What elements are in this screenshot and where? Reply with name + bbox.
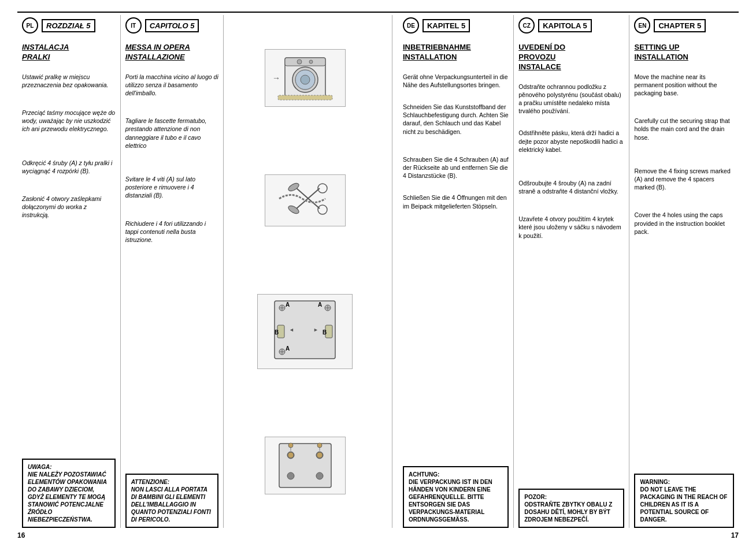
pl-section-title: INSTALACJA PRALKI: [22, 43, 116, 62]
en-inst3-text: Remove the 4 fixing screws marked (A) an…: [634, 167, 730, 191]
svg-point-38: [316, 472, 323, 479]
it-inst3: Svitare le 4 viti (A) sul lato posterior…: [125, 175, 219, 200]
it-country-code: IT: [131, 23, 136, 29]
column-pl: PL ROZDZIAŁ 5 INSTALACJA PRALKI Ustawić …: [17, 15, 121, 528]
pl-inst1-text: Ustawić pralkę w miejscu przeznaczenia b…: [22, 73, 108, 88]
screws-svg: A A A B: [260, 295, 350, 367]
pl-inst2: Przeciąć taśmy mocujące węże do wody, uw…: [22, 109, 116, 133]
machine-move-svg: →: [268, 52, 343, 104]
it-inst4-text: Richiudere i 4 fori utilizzando i tappi …: [125, 220, 206, 243]
pl-inst4-text: Zasłonić 4 otwory zaślepkami dołączonymi…: [22, 195, 101, 218]
en-chapter-box: CHAPTER 5: [654, 19, 706, 32]
cz-title-line2: PROVOZU: [518, 53, 555, 61]
pl-country-circle: PL: [22, 17, 38, 33]
de-inst4: Schließen Sie die 4 Öffnungen mit den im…: [403, 193, 509, 210]
it-inst2-text: Tagliare le fascette fermatubo, prestand…: [125, 117, 207, 149]
it-inst2: Tagliare le fascette fermatubo, prestand…: [125, 117, 219, 150]
pl-country-code: PL: [27, 23, 34, 29]
svg-text:A: A: [318, 301, 322, 308]
svg-point-11: [287, 181, 299, 192]
svg-text:A: A: [286, 301, 290, 308]
image-plug-holes: [265, 437, 346, 494]
de-chapter-box: KAPITEL 5: [423, 19, 470, 32]
en-inst2: Carefully cut the securing strap that ho…: [634, 117, 733, 142]
pl-warning: UWAGA: NIE NALEŻY POZOSTAWIAĆ ELEMENTÓW …: [22, 459, 116, 528]
de-inst1-text: Gerät ohne Verpackungsunterteil in die N…: [403, 73, 508, 88]
svg-text:B: B: [323, 329, 327, 336]
cz-inst1: Odstraňte ochrannou podložku z pěnového …: [518, 83, 624, 116]
svg-rect-4: [285, 58, 325, 66]
cz-inst4: Uzavřete 4 otvory použitím 4 krytek kter…: [518, 215, 624, 240]
de-inst3: Schrauben Sie die 4 Schrauben (A) auf de…: [403, 155, 509, 180]
it-inst1: Porti la macchina vicino al luogo di uti…: [125, 73, 219, 98]
svg-point-5: [297, 59, 302, 64]
column-de: DE KAPITEL 5 INBETRIEBNAHME INSTALLATION…: [398, 15, 514, 528]
en-title-line2: INSTALLATION: [634, 53, 688, 61]
svg-point-42: [288, 443, 293, 448]
de-inst4-text: Schließen Sie die 4 Öffnungen mit den im…: [403, 194, 507, 209]
pl-inst2-text: Przeciąć taśmy mocujące węże do wody, uw…: [22, 109, 115, 132]
it-inst3-text: Svitare le 4 viti (A) sul lato posterior…: [125, 176, 195, 199]
cz-chapter-title: KAPITOLA 5: [543, 21, 587, 30]
svg-point-37: [287, 472, 294, 479]
en-inst1-text: Move the machine near its permanent posi…: [634, 73, 717, 96]
cz-country-circle: CZ: [518, 17, 535, 33]
svg-point-12: [287, 204, 299, 215]
de-inst2-text: Schneiden Sie das Kunststoffband der Sch…: [403, 103, 509, 135]
svg-point-40: [317, 452, 323, 458]
svg-point-44: [317, 443, 322, 448]
pl-title-line2: PRALKI: [22, 53, 50, 61]
de-country-code: DE: [407, 23, 415, 29]
en-inst4-text: Cover the 4 holes using the caps provide…: [634, 211, 724, 234]
svg-text:→: →: [272, 73, 280, 83]
en-country-circle: EN: [634, 17, 650, 33]
de-title-line1: INBETRIEBNAHME: [403, 43, 471, 51]
page-number-right: 17: [731, 531, 739, 539]
content-area: PL ROZDZIAŁ 5 INSTALACJA PRALKI Ustawić …: [17, 15, 739, 528]
image-screws-removal: A A A B: [257, 294, 353, 369]
de-warning-text: ACHTUNG: DIE VERPACKUNG IST IN DEN HÄNDE…: [409, 471, 492, 523]
en-inst4: Cover the 4 holes using the caps provide…: [634, 211, 733, 236]
cz-inst3: Odšroubujte 4 šrouby (A) na zadní straně…: [518, 179, 624, 195]
de-section-title: INBETRIEBNAHME INSTALLATION: [403, 43, 509, 62]
cz-inst4-text: Uzavřete 4 otvory použitím 4 krytek kter…: [518, 215, 621, 239]
column-cz: CZ KAPITOLA 5 UVEDENÍ DO PROVOZU INSTALA…: [514, 15, 629, 528]
images-column: →: [224, 15, 386, 528]
svg-text:►: ►: [313, 327, 318, 333]
it-title-line2: INSTALLAZIONE: [125, 53, 185, 61]
it-inst1-text: Porti la macchina vicino al luogo di uti…: [125, 73, 218, 96]
de-title-line2: INSTALLATION: [403, 53, 457, 61]
svg-text:B: B: [275, 329, 279, 336]
it-warning-text: ATTENZIONE: NON LASCI ALLA PORTATA DI BA…: [131, 479, 211, 523]
svg-text:◄: ◄: [289, 327, 294, 333]
en-inst1: Move the machine near its permanent posi…: [634, 73, 733, 98]
it-section-title: MESSA IN OPERA INSTALLAZIONE: [125, 43, 219, 62]
pl-header: PL ROZDZIAŁ 5: [22, 15, 116, 33]
it-title-line1: MESSA IN OPERA: [125, 43, 190, 51]
de-inst3-text: Schrauben Sie die 4 Schrauben (A) auf de…: [403, 156, 509, 179]
svg-point-3: [301, 75, 310, 84]
en-header: EN CHAPTER 5: [634, 15, 733, 33]
en-section-title: SETTING UP INSTALLATION: [634, 43, 733, 62]
en-title-line1: SETTING UP: [634, 43, 679, 51]
plug-holes-svg: [268, 439, 343, 492]
de-chapter-title: KAPITEL 5: [427, 21, 465, 30]
it-chapter-box: CAPITOLO 5: [145, 19, 199, 32]
cz-country-code: CZ: [523, 23, 531, 29]
svg-rect-7: [278, 95, 332, 100]
en-warning: WARNING: DO NOT LEAVE THE PACKAGING IN T…: [634, 474, 733, 528]
page-number-left: 16: [17, 531, 25, 539]
en-chapter-title: CHAPTER 5: [658, 21, 701, 30]
de-country-circle: DE: [403, 17, 419, 33]
pl-warning-text: UWAGA: NIE NALEŻY POZOSTAWIAĆ ELEMENTÓW …: [28, 464, 107, 523]
svg-rect-34: [279, 444, 331, 487]
left-side: PL ROZDZIAŁ 5 INSTALACJA PRALKI Ustawić …: [17, 15, 392, 528]
svg-point-6: [309, 60, 313, 64]
cz-inst1-text: Odstraňte ochrannou podložku z pěnového …: [518, 83, 621, 115]
image-machine-move: →: [265, 49, 346, 107]
page: PL ROZDZIAŁ 5 INSTALACJA PRALKI Ustawić …: [0, 0, 756, 551]
image-cut-strap: [265, 174, 346, 226]
cz-warning-text: POZOR: ODSTRAŇTE ZBYTKY OBALU Z DOSAHU D…: [524, 494, 612, 523]
cz-warning: POZOR: ODSTRAŇTE ZBYTKY OBALU Z DOSAHU D…: [518, 489, 624, 528]
cz-title-line1: UVEDENÍ DO: [518, 43, 565, 51]
